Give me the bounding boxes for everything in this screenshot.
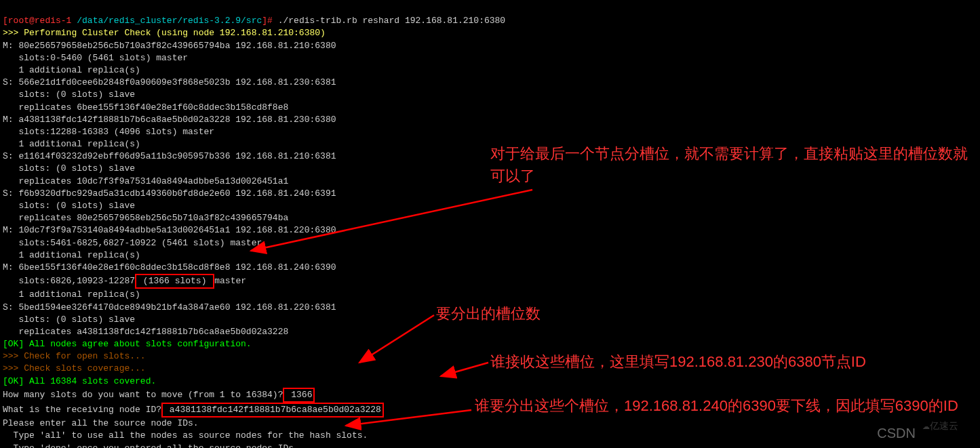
prompt-slots-move: How many slots do you want to move (from…	[3, 390, 283, 400]
slave-node-2: S: e11614f03232d92ebff06d95a11b3c905957b…	[3, 151, 336, 161]
slots-1366-highlight: (1366 slots)	[135, 274, 214, 289]
slave-node-3: S: f6b9320dfbc929ad5a31cdb149360b0fd8de2…	[3, 188, 336, 199]
prompt-end: ]#	[262, 16, 273, 26]
annotation-2: 要分出的槽位数	[436, 302, 541, 325]
prompt-source-nodes: Please enter all the source node IDs.	[3, 418, 199, 428]
ok-slots-config: [OK] All nodes agree about slots configu…	[3, 339, 252, 349]
command: ./redis-trib.rb reshard 192.168.81.210:6…	[273, 16, 505, 26]
annotation-3: 谁接收这些槽位，这里填写192.168.81.230的6380节点ID	[490, 350, 866, 373]
annotation-4: 谁要分出这些个槽位，192.168.81.240的6390要下线，因此填写639…	[475, 394, 977, 417]
check-slots-coverage: >>> Check slots coverage...	[3, 363, 146, 373]
master-node-2: M: a4381138fdc142f18881b7b6ca8ae5b0d02a3…	[3, 115, 336, 125]
terminal-output: [root@redis-1 /data/redis_cluster/redis-…	[0, 0, 980, 448]
input-slots-1366[interactable]: 1366	[283, 388, 315, 403]
cluster-check-header: >>> Performing Cluster Check (using node…	[3, 28, 326, 38]
slave-node-1: S: 566e21d1fd0cee6b2848f0a90609e3f868e50…	[3, 77, 336, 87]
master-node-4: M: 6bee155f136f40e28e1f60c8ddec3b158cd8f…	[3, 262, 336, 272]
csdn-watermark: CSDN	[877, 424, 916, 443]
master-node-1: M: 80e256579658eb256c5b710a3f82c43966579…	[3, 41, 336, 51]
ok-slots-covered: [OK] All 16384 slots covered.	[3, 376, 156, 386]
input-receiving-node-id[interactable]: a4381138fdc142f18881b7b6ca8ae5b0d02a3228	[161, 403, 384, 418]
prompt-user-host: [root@redis-1	[3, 16, 71, 26]
prompt-path: /data/redis_cluster/redis-3.2.9/src	[71, 16, 262, 26]
slave-node-4: S: 5bed1594ee326f4170dce8949b21bf4a3847a…	[3, 302, 336, 312]
master-node-3: M: 10dc7f3f9a753140a8494adbbe5a13d002645…	[3, 225, 336, 235]
yisu-logo: ☁亿速云	[922, 418, 977, 445]
annotation-1: 对于给最后一个节点分槽位，就不需要计算了，直接粘贴这里的槽位数就可以了	[490, 142, 979, 187]
cloud-icon: ☁	[922, 419, 930, 432]
prompt-receiving-node: What is the receiving node ID?	[3, 405, 161, 415]
check-open-slots: >>> Check for open slots...	[3, 351, 146, 361]
